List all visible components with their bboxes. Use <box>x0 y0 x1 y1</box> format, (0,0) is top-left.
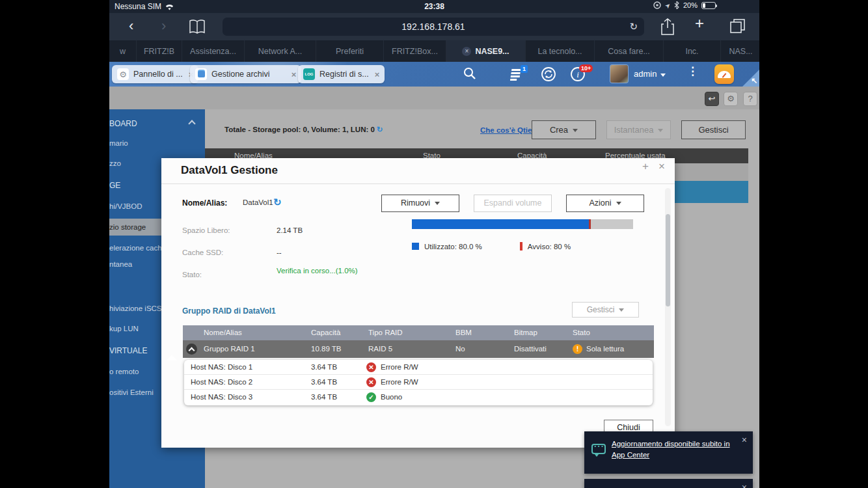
address-bar[interactable]: 192.168.178.61 ↻ <box>223 18 644 36</box>
ssd-cache-value: -- <box>277 249 282 256</box>
qnap-tab-control-panel[interactable]: ⚙ Pannello di ... × <box>112 65 198 83</box>
ios-status-bar: Nessuna SIM 23:38 ➤ 20% <box>109 0 759 13</box>
chevron-down-icon <box>573 129 578 132</box>
disk-panel-notch <box>167 355 177 360</box>
sync-icon[interactable] <box>541 66 556 82</box>
browser-tab[interactable]: NAS... <box>721 40 759 62</box>
qnap-tab-storage-manager[interactable]: Gestione archivi × <box>190 65 301 83</box>
forward-button[interactable]: › <box>161 17 166 35</box>
browser-tab[interactable]: Preferiti <box>316 40 384 62</box>
update-notification-toast[interactable]: × Aggiornamento disponibile subito in Ap… <box>584 431 753 474</box>
browser-tab[interactable]: FRITZ!Box... <box>384 40 446 62</box>
reload-icon[interactable]: ↻ <box>629 18 638 36</box>
battery-percent-label: 20% <box>683 1 698 9</box>
free-space-label: Spazio Libero: <box>182 226 230 234</box>
status-label: Stato: <box>182 271 202 278</box>
bluetooth-icon <box>674 1 679 9</box>
avatar[interactable] <box>610 65 628 83</box>
disk-row[interactable]: Host NAS: Disco 1 3.64 TB ✕ Errore R/W <box>184 360 653 375</box>
qnap-desktop-header: ⚙ Pannello di ... × Gestione archivi × L… <box>109 62 759 87</box>
expand-volume-button[interactable]: Espandi volume <box>474 195 552 212</box>
control-panel-icon: ⚙ <box>117 68 129 80</box>
browser-tab[interactable]: w <box>109 40 137 62</box>
browser-tab[interactable]: FRITZ!B <box>137 40 182 62</box>
browser-tab[interactable]: Cosa fare... <box>595 40 664 62</box>
browser-tab-active[interactable]: × NASE9... <box>446 40 526 62</box>
name-alias-label: Nome/Alias: <box>182 198 227 208</box>
help-button[interactable]: ? <box>743 92 757 106</box>
refresh-icon[interactable]: ↻ <box>377 126 383 133</box>
search-icon[interactable] <box>463 66 477 81</box>
share-icon[interactable] <box>660 18 675 35</box>
close-toast-icon[interactable]: × <box>742 435 747 445</box>
scrollbar-thumb[interactable] <box>666 214 670 306</box>
safari-toolbar: ‹ › 192.168.178.61 ↻ + <box>109 13 759 40</box>
disk-row[interactable]: Host NAS: Disco 2 3.64 TB ✕ Errore R/W <box>184 375 653 390</box>
tabs-overview-icon[interactable] <box>729 18 746 34</box>
collapse-arrow-icon[interactable]: ↖ <box>751 76 757 85</box>
browser-tab[interactable]: Inc. <box>664 40 721 62</box>
qnap-tab-system-logs[interactable]: LOG Registri di s... × <box>298 65 385 83</box>
ssd-cache-label: Cache SSD: <box>182 249 223 256</box>
qtier-help-link[interactable]: Che cos'è Qtier? <box>480 126 539 134</box>
raid-manage-button[interactable]: Gestisci <box>572 302 639 318</box>
usage-bar-fill <box>412 219 589 229</box>
device-screen: Nessuna SIM 23:38 ➤ 20% ‹ › 192.168.178.… <box>109 0 759 488</box>
disk-row[interactable]: Host NAS: Disco 3 3.64 TB ✓ Buono <box>184 390 653 405</box>
back-to-desktop-button[interactable]: ↩ <box>705 92 719 106</box>
message-bubble-icon <box>591 444 606 454</box>
used-legend-label: Utilizzato: 80.0 % <box>424 243 482 251</box>
browser-tab[interactable]: Assistenza... <box>182 40 245 62</box>
location-icon: ➤ <box>663 1 672 10</box>
toast-message[interactable]: Aggiornamento disponibile subito in App … <box>612 439 730 461</box>
create-button[interactable]: Crea <box>532 120 596 139</box>
second-notification-toast[interactable]: × <box>584 479 753 488</box>
sidebar-section-dashboard[interactable]: BOARD <box>109 119 205 128</box>
usage-bar <box>412 219 633 229</box>
remove-button[interactable]: Rimuovi <box>381 195 459 212</box>
close-tab-icon[interactable]: × <box>462 47 471 56</box>
url-text: 192.168.178.61 <box>401 21 465 32</box>
chevron-down-icon <box>660 74 666 77</box>
settings-button[interactable]: ⚙ <box>724 92 738 106</box>
close-toast-icon[interactable]: × <box>742 482 747 488</box>
collapse-group-icon[interactable] <box>186 344 197 355</box>
status-value: Verifica in corso...(1.0%) <box>277 267 358 275</box>
safari-tab-bar: w FRITZ!B Assistenza... Network A... Pre… <box>109 40 759 62</box>
raid-group-row[interactable]: Gruppo RAID 1 10.89 TB RAID 5 No Disatti… <box>183 340 654 358</box>
snapshot-button[interactable]: Istantanea <box>606 120 671 139</box>
dashboard-icon[interactable] <box>714 64 734 84</box>
sidebar-item-overview[interactable]: mario <box>109 139 205 147</box>
close-icon[interactable]: × <box>375 70 380 79</box>
actions-button[interactable]: Azioni <box>566 195 644 212</box>
free-space-value: 2.14 TB <box>277 226 303 234</box>
chevron-down-icon <box>658 129 663 132</box>
dialog-scrollbar[interactable] <box>665 188 671 426</box>
new-tab-icon[interactable]: + <box>695 14 704 33</box>
close-icon[interactable]: × <box>292 70 297 79</box>
disk-list-panel: Host NAS: Disco 1 3.64 TB ✕ Errore R/W H… <box>184 360 653 405</box>
error-icon: ✕ <box>366 377 376 387</box>
refresh-icon[interactable]: ↻ <box>273 197 282 208</box>
expand-window-icon[interactable]: + <box>642 160 649 173</box>
battery-icon <box>701 2 716 9</box>
warning-icon: ! <box>573 344 582 354</box>
healthy-icon: ✓ <box>366 392 376 402</box>
bookmarks-icon[interactable] <box>189 20 206 34</box>
back-button[interactable]: ‹ <box>129 17 133 35</box>
manage-button[interactable]: Gestisci <box>681 120 746 139</box>
browser-tab[interactable]: La tecnolo... <box>526 40 595 62</box>
storage-manager-icon <box>195 68 207 80</box>
chevron-down-icon <box>619 308 624 312</box>
dialog-title: DataVol1 Gestione <box>181 164 278 177</box>
user-menu[interactable]: admin <box>634 69 666 79</box>
usage-legend: Utilizzato: 80.0 % Avviso: 80 % <box>412 242 571 251</box>
more-options-icon[interactable]: ⋮ <box>687 64 698 78</box>
browser-tab[interactable]: Network A... <box>245 40 316 62</box>
chevron-down-icon <box>435 202 440 205</box>
close-dialog-icon[interactable]: × <box>658 160 665 173</box>
svg-text:i: i <box>576 70 579 79</box>
name-alias-value: DataVol1 <box>243 198 273 206</box>
chevron-up-icon <box>188 120 195 127</box>
error-icon: ✕ <box>366 362 376 372</box>
